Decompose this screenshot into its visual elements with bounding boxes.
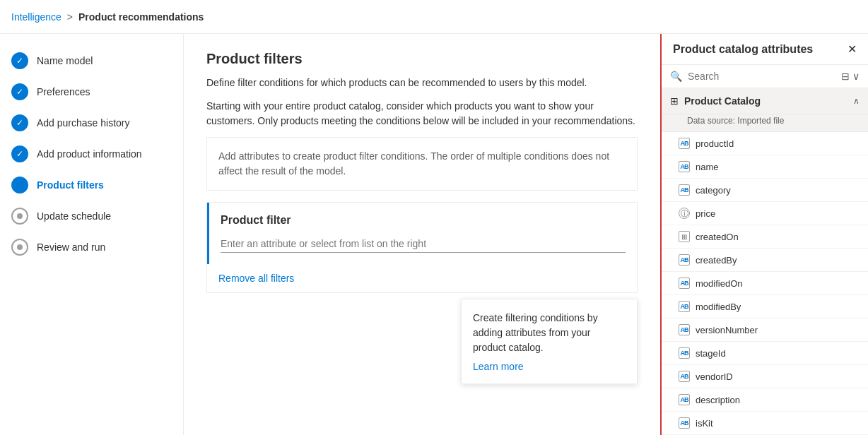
sidebar-item-update-schedule[interactable]: Update schedule [0, 201, 183, 232]
createdOn-label: createdOn [696, 232, 739, 242]
catalog-item-modifiedBy[interactable]: AB modifiedBy [662, 295, 868, 318]
sidebar-label-product-filters: Product filters [37, 179, 104, 191]
page-desc-2: Starting with your entire product catalo… [206, 99, 638, 129]
tooltip-text: Create filtering conditions by adding at… [473, 311, 626, 355]
sidebar-label-name-model: Name model [37, 55, 93, 66]
createdBy-icon: AB [679, 254, 690, 266]
filter-card-title: Product filter [221, 214, 626, 227]
step-indicator-add-purchase-history: ✓ [11, 114, 28, 131]
catalog-item-stageId[interactable]: AB stageId [662, 342, 868, 365]
sidebar-label-update-schedule: Update schedule [37, 210, 111, 222]
name-icon: AB [679, 161, 690, 172]
stageId-label: stageId [696, 348, 726, 359]
panel-title: Product catalog attributes [673, 43, 813, 56]
category-icon: AB [679, 184, 690, 196]
step-indicator-preferences: ✓ [11, 83, 28, 100]
page-desc-1: Define filter conditions for which produ… [206, 76, 638, 90]
sidebar-item-add-purchase-history[interactable]: ✓ Add purchase history [0, 107, 183, 138]
productId-label: productId [696, 138, 734, 149]
versionNumber-label: versionNumber [696, 325, 758, 335]
description-label: description [696, 395, 740, 405]
sidebar: ✓ Name model ✓ Preferences ✓ Add purchas… [0, 34, 184, 435]
sidebar-label-preferences: Preferences [37, 86, 90, 97]
filter-card-header: Product filter [207, 203, 637, 264]
catalog-group-title: Product Catalog [684, 95, 761, 107]
vendorID-icon: AB [679, 371, 690, 382]
sidebar-label-review-and-run: Review and run [37, 242, 105, 253]
catalog-item-modifiedOn[interactable]: AB modifiedOn [662, 272, 868, 295]
catalog-item-isKit[interactable]: AB isKit [662, 412, 868, 435]
createdOn-icon: ⊞ [679, 231, 690, 242]
catalog-section: ⊞ Product Catalog ∧ Data source: Importe… [662, 88, 868, 435]
sidebar-item-product-filters[interactable]: Product filters [0, 169, 183, 201]
main-content: Product filters Define filter conditions… [184, 34, 660, 435]
catalog-group-left: ⊞ Product Catalog [670, 95, 761, 107]
page-title: Product filters [206, 51, 638, 67]
breadcrumb-current: Product recommendations [78, 11, 204, 23]
tooltip-box: Create filtering conditions by adding at… [461, 299, 638, 384]
category-label: category [696, 185, 731, 196]
filter-attribute-input[interactable] [221, 235, 626, 253]
step-indicator-product-filters [11, 177, 28, 193]
info-box: Add attributes to create product filter … [206, 137, 638, 191]
panel-header: Product catalog attributes ✕ [662, 34, 868, 65]
price-icon: ⓘ [679, 208, 690, 219]
step-indicator-review-and-run [11, 239, 28, 256]
modifiedBy-label: modifiedBy [696, 302, 741, 312]
isKit-icon: AB [679, 417, 690, 429]
breadcrumb-parent[interactable]: Intelligence [11, 11, 61, 23]
breadcrumb-separator: > [67, 11, 73, 23]
content-area: ✓ Name model ✓ Preferences ✓ Add purchas… [0, 34, 868, 435]
top-bar: Intelligence > Product recommendations [0, 0, 868, 34]
description-icon: AB [679, 394, 690, 405]
catalog-item-createdOn[interactable]: ⊞ createdOn [662, 225, 868, 249]
search-bar: 🔍 ⊟ ∨ [662, 65, 868, 88]
sidebar-item-add-product-information[interactable]: ✓ Add product information [0, 138, 183, 169]
breadcrumb: Intelligence > Product recommendations [11, 11, 204, 23]
search-icon: 🔍 [670, 71, 682, 82]
remove-all-filters-link[interactable]: Remove all filters [207, 264, 305, 292]
stageId-icon: AB [679, 347, 690, 359]
modifiedOn-icon: AB [679, 278, 690, 289]
close-panel-button[interactable]: ✕ [848, 42, 857, 56]
catalog-item-name[interactable]: AB name [662, 155, 868, 179]
filter-card: Product filter Remove all filters [206, 202, 638, 293]
catalog-item-createdBy[interactable]: AB createdBy [662, 249, 868, 272]
price-label: price [696, 208, 715, 219]
search-input[interactable] [688, 71, 835, 82]
learn-more-link[interactable]: Learn more [473, 361, 524, 372]
catalog-source: Data source: Imported file [662, 114, 868, 132]
catalog-item-vendorID[interactable]: AB vendorID [662, 365, 868, 388]
versionNumber-icon: AB [679, 324, 690, 335]
sidebar-label-add-product-information: Add product information [37, 148, 142, 160]
sidebar-item-preferences[interactable]: ✓ Preferences [0, 76, 183, 107]
catalog-item-productId[interactable]: AB productId [662, 132, 868, 155]
catalog-item-versionNumber[interactable]: AB versionNumber [662, 318, 868, 342]
table-icon: ⊞ [670, 95, 679, 107]
chevron-up-icon: ∧ [853, 96, 860, 106]
step-indicator-name-model: ✓ [11, 52, 28, 69]
sidebar-label-add-purchase-history: Add purchase history [37, 117, 130, 129]
productId-icon: AB [679, 138, 690, 149]
catalog-item-price[interactable]: ⓘ price [662, 202, 868, 225]
catalog-group-header[interactable]: ⊞ Product Catalog ∧ [662, 88, 868, 114]
sidebar-item-name-model[interactable]: ✓ Name model [0, 45, 183, 76]
vendorID-label: vendorID [696, 371, 733, 382]
step-indicator-add-product-information: ✓ [11, 145, 28, 162]
modifiedBy-icon: AB [679, 301, 690, 312]
filter-sort-icon[interactable]: ⊟ ∨ [841, 71, 860, 82]
name-label: name [696, 162, 719, 172]
sidebar-item-review-and-run[interactable]: Review and run [0, 232, 183, 263]
remove-link-container: Remove all filters [207, 264, 637, 292]
isKit-label: isKit [696, 418, 713, 429]
right-panel: Product catalog attributes ✕ 🔍 ⊟ ∨ ⊞ Pro… [660, 34, 868, 435]
catalog-item-category[interactable]: AB category [662, 179, 868, 202]
catalog-item-description[interactable]: AB description [662, 388, 868, 412]
step-indicator-update-schedule [11, 208, 28, 225]
createdBy-label: createdBy [696, 255, 737, 266]
modifiedOn-label: modifiedOn [696, 278, 742, 289]
